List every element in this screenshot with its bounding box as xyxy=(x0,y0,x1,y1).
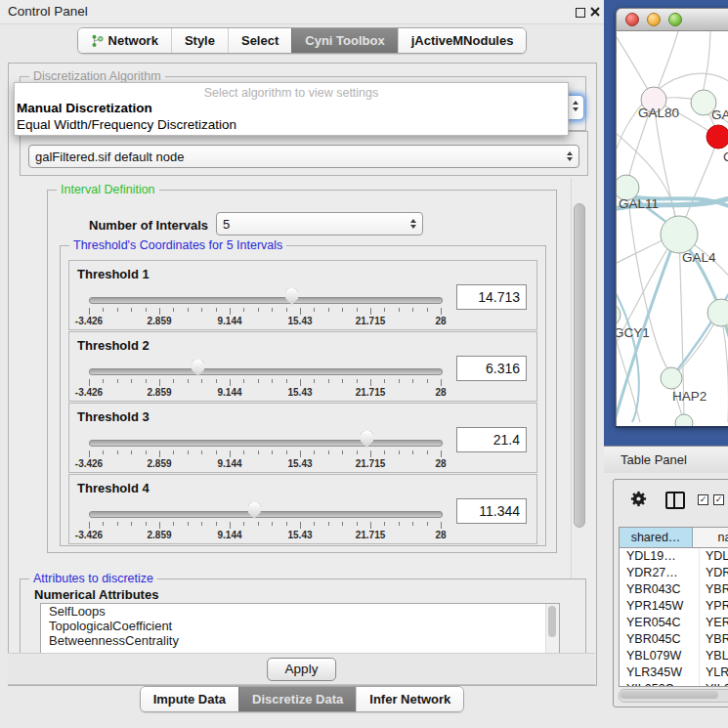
bottom-tabbar: Impute DataDiscretize DataInfer Network xyxy=(0,686,604,712)
table-row[interactable]: YBL079WYBL0 xyxy=(620,648,728,664)
tab-infer-network[interactable]: Infer Network xyxy=(356,687,463,711)
network-canvas[interactable]: GAL80GACGAL11GAL4GCY1HHAP2 xyxy=(616,31,728,426)
attributes-list-scrollbar-thumb[interactable] xyxy=(548,606,556,637)
algorithm-option-manual-discretization[interactable]: Manual Discretization xyxy=(15,100,568,116)
interval-definition-label: Interval Definition xyxy=(57,183,159,196)
column-header-shared-name[interactable]: shared… xyxy=(620,528,693,547)
apply-button[interactable]: Apply xyxy=(267,658,337,681)
tick-mark xyxy=(146,308,147,312)
tick-mark xyxy=(384,379,385,383)
tab-label: Style xyxy=(185,28,215,53)
algorithm-option-equal-width-frequency-discretization[interactable]: Equal Width/Frequency Discretization xyxy=(15,116,568,133)
table-hscrollbar-thumb[interactable] xyxy=(621,691,718,699)
columns-icon[interactable] xyxy=(665,492,685,509)
node-table: shared… na YDL19…YDL1YDR27…YDR2YBR043CYB… xyxy=(619,527,728,687)
table-row[interactable]: YBR043CYBR0 xyxy=(620,581,728,598)
threshold-value-field[interactable]: 21.4 xyxy=(456,427,527,452)
checkbox-icon[interactable]: ✓ xyxy=(698,494,708,505)
network-node[interactable] xyxy=(675,414,693,426)
thresholds-group: Threshold's Coordinates for 5 Intervals … xyxy=(60,245,546,546)
tick-mark xyxy=(103,450,104,454)
tick-label: -3.426 xyxy=(75,530,103,540)
minimize-traffic-icon[interactable] xyxy=(647,13,661,26)
table-data-combobox[interactable]: galFiltered.sif default node xyxy=(28,145,579,168)
tick-mark xyxy=(230,308,231,315)
attributes-list-scrollbar[interactable] xyxy=(545,604,559,653)
node-label-ga: GA xyxy=(711,107,728,122)
tab-network[interactable]: Network xyxy=(78,28,171,53)
network-node-gcy1[interactable] xyxy=(617,303,621,326)
tick-label: 28 xyxy=(435,458,446,469)
table-row[interactable]: YDL19…YDL1 xyxy=(620,548,728,565)
tick-mark xyxy=(131,450,132,454)
tick-mark xyxy=(412,379,413,383)
network-node-gal4[interactable] xyxy=(661,216,698,253)
table-hscrollbar[interactable] xyxy=(619,689,728,703)
number-of-intervals-combobox[interactable]: 5 xyxy=(216,212,423,236)
network-view-window[interactable]: GAL80GACGAL11GAL4GCY1HHAP2 xyxy=(616,8,728,426)
attribute-item-selfloops[interactable]: SelfLoops xyxy=(41,604,559,619)
tick-mark xyxy=(243,379,244,383)
network-node-hap2[interactable] xyxy=(661,367,682,389)
close-traffic-icon[interactable] xyxy=(625,13,639,26)
threshold-value-field[interactable]: 6.316 xyxy=(456,356,527,381)
tick-mark xyxy=(216,522,217,526)
column-header-name[interactable]: na xyxy=(693,528,728,547)
tick-mark xyxy=(216,379,217,383)
tick-mark xyxy=(286,379,287,383)
threshold-value-field[interactable]: 14.713 xyxy=(456,284,527,310)
numerical-attributes-list[interactable]: SelfLoopsTopologicalCoefficientBetweenne… xyxy=(40,603,560,654)
table-cell: YER054C xyxy=(620,615,700,631)
tick-mark xyxy=(300,450,301,457)
tick-mark xyxy=(103,379,104,383)
table-row[interactable]: YPR145WYPR1 xyxy=(620,598,728,615)
tick-label: 28 xyxy=(435,316,446,326)
tick-mark xyxy=(146,450,147,454)
threshold-value-field[interactable]: 11.344 xyxy=(456,498,527,524)
tick-mark xyxy=(89,379,90,386)
table-row[interactable]: YDR27…YDR2 xyxy=(620,565,728,581)
network-node-c[interactable] xyxy=(707,125,728,149)
tab-jactivemnodules[interactable]: jActiveMNodules xyxy=(398,28,527,53)
tick-mark xyxy=(357,308,358,312)
tick-mark xyxy=(230,450,231,457)
close-icon[interactable] xyxy=(590,7,600,17)
checkbox-icon[interactable]: ✓ xyxy=(713,494,724,505)
slider-track[interactable] xyxy=(89,511,443,518)
attribute-item-betweennesscentrality[interactable]: BetweennessCentrality xyxy=(41,633,559,648)
gear-icon[interactable] xyxy=(629,490,648,508)
tick-label: -3.426 xyxy=(75,458,103,469)
network-edge[interactable] xyxy=(702,31,710,98)
float-window-icon[interactable] xyxy=(576,8,585,18)
tick-mark xyxy=(188,522,189,526)
slider-track[interactable] xyxy=(89,440,443,447)
tick-mark xyxy=(146,379,147,383)
table-cell: YPR1 xyxy=(700,598,728,615)
table-row[interactable]: YBR045CYBR0 xyxy=(620,631,728,648)
tick-mark xyxy=(441,308,442,315)
table-cell: YPR145W xyxy=(620,598,700,615)
table-data-group: Table Data galFiltered.sif default node xyxy=(20,131,588,176)
threshold-block: Threshold 4 -3.4262.8599.14415.4321.7152… xyxy=(68,474,537,544)
tick-mark xyxy=(314,308,315,312)
tab-cyni-toolbox[interactable]: Cyni Toolbox xyxy=(291,28,397,53)
attribute-item-topologicalcoefficient[interactable]: TopologicalCoefficient xyxy=(41,619,559,633)
tick-label: 9.144 xyxy=(217,316,241,326)
tick-mark xyxy=(328,308,329,312)
network-edge[interactable] xyxy=(685,141,717,220)
tab-discretize-data[interactable]: Discretize Data xyxy=(238,687,356,711)
tab-select[interactable]: Select xyxy=(228,28,291,53)
tab-impute-data[interactable]: Impute Data xyxy=(141,687,238,711)
table-row[interactable]: YLR345WYLR3 xyxy=(620,664,728,681)
slider-track[interactable] xyxy=(89,297,443,304)
table-panel-title: Table Panel xyxy=(621,452,687,467)
tick-mark xyxy=(314,379,315,383)
tab-style[interactable]: Style xyxy=(171,28,228,53)
slider-track[interactable] xyxy=(89,368,443,375)
table-row[interactable]: YER054CYER0 xyxy=(620,615,728,631)
table-row[interactable]: YIL052CYIL0 xyxy=(620,681,728,687)
zoom-traffic-icon[interactable] xyxy=(668,13,682,26)
tick-mark xyxy=(188,379,189,383)
threshold-block: Threshold 1 -3.4262.8599.14415.4321.7152… xyxy=(68,260,537,330)
settings-scrollbar-thumb[interactable] xyxy=(574,203,585,528)
